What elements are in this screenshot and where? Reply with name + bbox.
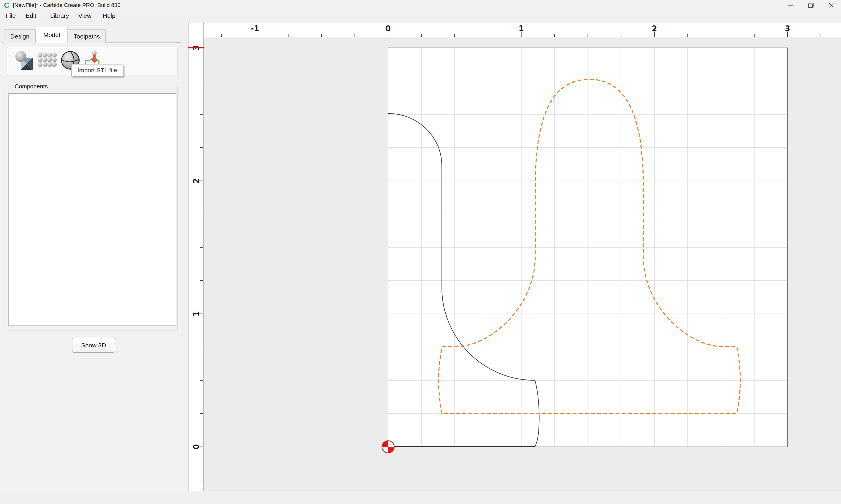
svg-text:0: 0 — [192, 444, 201, 449]
tooltip: Import STL file — [71, 64, 123, 76]
menu-bar: File Edit Library View Help — [0, 11, 841, 22]
svg-text:1: 1 — [519, 24, 524, 33]
menu-file[interactable]: File — [6, 12, 16, 19]
menu-view[interactable]: View — [78, 12, 91, 19]
title-bar: C [NewFile]* - Carbide Create PRO, Build… — [0, 0, 841, 11]
minimize-icon — [788, 2, 793, 8]
menu-edit[interactable]: Edit — [26, 12, 36, 19]
panel-tab-bar: Design Model Toolpaths — [0, 27, 181, 43]
svg-text:1: 1 — [192, 311, 201, 317]
tab-design[interactable]: Design — [4, 30, 36, 42]
app-window: C [NewFile]* - Carbide Create PRO, Build… — [0, 0, 841, 504]
canvas-area: -101230123 — [188, 22, 841, 491]
minimize-button[interactable] — [781, 0, 800, 11]
restore-button[interactable] — [801, 0, 821, 11]
restore-icon — [808, 2, 814, 8]
svg-text:2: 2 — [652, 24, 657, 33]
tab-toolpaths[interactable]: Toolpaths — [68, 30, 106, 42]
svg-text:2: 2 — [192, 178, 201, 183]
canvas-svg[interactable]: -101230123 — [188, 22, 841, 491]
show-3d-button[interactable]: Show 3D — [72, 338, 115, 353]
close-button[interactable] — [822, 0, 841, 11]
svg-text:-1: -1 — [251, 24, 259, 33]
components-groupbox: Components — [7, 87, 177, 330]
app-logo-icon: C — [3, 1, 11, 9]
model-from-shape-icon — [14, 50, 35, 72]
close-icon — [828, 2, 834, 8]
sphere-array-icon — [36, 50, 57, 72]
tab-model[interactable]: Model — [36, 27, 68, 43]
window-title: [NewFile]* - Carbide Create PRO, Build 8… — [13, 2, 121, 8]
add-shape-button[interactable] — [14, 50, 36, 73]
components-list[interactable] — [8, 93, 176, 326]
svg-text:3: 3 — [785, 24, 790, 33]
sphere-array-button[interactable] — [36, 50, 59, 73]
menu-help[interactable]: Help — [103, 12, 115, 19]
menu-library[interactable]: Library — [50, 12, 69, 19]
svg-text:0: 0 — [385, 24, 391, 33]
components-label: Components — [13, 83, 50, 90]
model-panel: Import STL file Components Show 3D — [0, 43, 181, 491]
